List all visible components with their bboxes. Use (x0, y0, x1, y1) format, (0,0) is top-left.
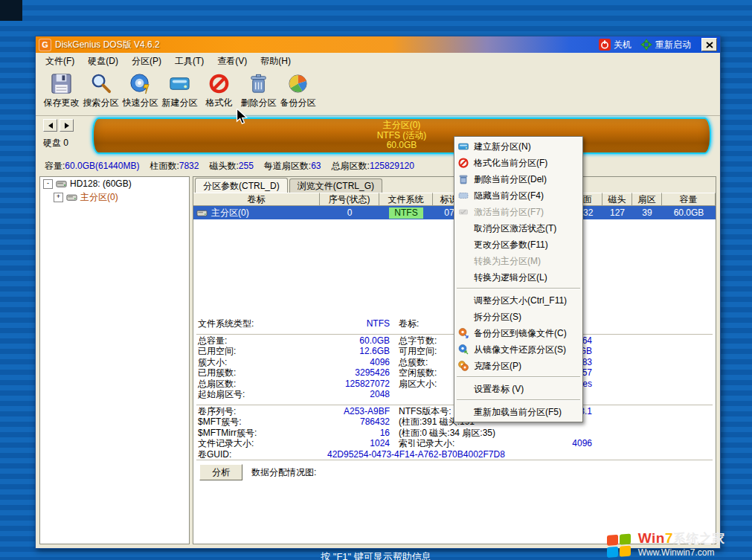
watermark: Win7系统之家 Www.Winwin7.com (605, 532, 725, 559)
collapse-icon[interactable]: - (43, 179, 53, 189)
context-menu-item-label: 转换为逻辑分区(L) (474, 271, 547, 284)
context-menu-item: 激活当前分区(F7) (454, 204, 582, 220)
detail-label: 簇大小: (198, 357, 227, 368)
desktop-corner-shortcut (0, 0, 22, 21)
context-menu-item[interactable]: 删除当前分区(Del) (454, 171, 582, 187)
context-menu-item[interactable]: 调整分区大小(Ctrl_F11) (454, 292, 582, 309)
menubar-item[interactable]: 查看(V) (211, 53, 254, 70)
tab-browse-files[interactable]: 浏览文件(CTRL_G) (289, 178, 382, 193)
column-header[interactable]: 卷标 (193, 193, 320, 206)
fs-badge: NTFS (389, 207, 422, 219)
detail-label: 总容量: (198, 335, 227, 347)
tree-item[interactable]: +主分区(0) (40, 190, 189, 204)
partition-bar-name: 主分区(0) (383, 120, 421, 131)
disk-info-item: 每道扇区数:63 (264, 160, 321, 173)
partition-bar[interactable]: 主分区(0) NTFS (活动) 60.0GB (92, 118, 711, 154)
toolbar-button-backup-partition[interactable]: 备份分区 (278, 72, 318, 109)
disk-info-item: 柱面数:7832 (150, 160, 199, 173)
detail-label: 卷序列号: (198, 406, 236, 417)
toolbar-button-new-partition[interactable]: 新建分区 (160, 72, 199, 109)
toolbar-button-format[interactable]: 格式化 (199, 72, 239, 109)
format-icon (208, 72, 231, 95)
delete-partition-icon (247, 72, 270, 95)
toolbar-button-save[interactable]: 保存更改 (42, 72, 81, 109)
prev-disk-button[interactable] (43, 119, 57, 132)
separator (454, 374, 582, 381)
toolbar-button-search[interactable]: 搜索分区 (81, 72, 120, 109)
menubar-item[interactable]: 帮助(H) (254, 53, 298, 70)
desktop: G DiskGenius DOS版 V4.6.2 关机 重新启动 文件(F)硬盘… (0, 0, 752, 560)
context-menu-item-label: 拆分分区(S) (474, 311, 521, 324)
toolbar-button-label: 搜索分区 (83, 97, 119, 109)
analyze-button[interactable]: 分析 (199, 464, 242, 480)
tab-partition-params[interactable]: 分区参数(CTRL_D) (195, 178, 288, 193)
toolbar-button-quick-partition[interactable]: 快速分区 (120, 72, 160, 109)
detail-value: 4096 (238, 357, 390, 368)
context-menu-item[interactable]: 转换为逻辑分区(L) (454, 269, 582, 286)
menubar: 文件(F)硬盘(D)分区(P)工具(T)查看(V)帮助(H) (36, 53, 720, 70)
context-menu-item[interactable]: 隐藏当前分区(F4) (454, 187, 582, 204)
diskgenius-logo-icon: G (39, 39, 51, 51)
disk-tree: -HD128: (60GB)+主分区(0) (39, 176, 190, 544)
partition-icon (196, 207, 208, 219)
detail-value: 60.0GB (238, 335, 390, 347)
toolbar-button-delete-partition[interactable]: 删除分区 (239, 72, 278, 109)
window-title: DiskGenius DOS版 V4.6.2 (55, 39, 160, 51)
clone-icon (457, 360, 469, 372)
context-menu-item-label: 更改分区参数(F11) (474, 239, 548, 251)
mouse-cursor (235, 109, 248, 127)
detail-row: 文件记录大小:1024索引记录大小:4096 (193, 438, 716, 449)
table-cell: 主分区(0) (193, 206, 320, 219)
restart-button[interactable]: 重新启动 (640, 39, 691, 51)
detail-label: 扇区大小: (399, 379, 437, 390)
context-menu-item[interactable]: 建立新分区(N) (454, 138, 582, 155)
expand-icon[interactable]: + (54, 193, 63, 202)
context-menu-item[interactable]: 备份分区到镜像文件(C) (454, 325, 582, 341)
context-menu-item[interactable]: 格式化当前分区(F) (454, 155, 582, 171)
next-disk-button[interactable] (60, 119, 74, 132)
detail-row: $MFTMirr簇号:16(柱面:0 磁头:34 扇区:35) (193, 428, 716, 439)
activate-icon (457, 206, 469, 218)
detail-row: 卷GUID:42D95254-0473-4F14-A762-B70B4002F7… (193, 449, 716, 460)
detail-label: 卷GUID: (198, 449, 231, 460)
column-header[interactable]: 磁头 (602, 193, 632, 206)
restart-icon (640, 39, 652, 51)
partition-bar-fs: NTFS (活动) (377, 131, 427, 141)
context-menu-item[interactable]: 拆分分区(S) (454, 309, 582, 325)
watermark-brand: Win7系统之家 (638, 532, 725, 546)
disk-nav: 硬盘 0 (43, 119, 74, 149)
context-menu-item[interactable]: 重新加载当前分区(F5) (454, 404, 582, 420)
context-menu-item-label: 调整分区大小(Ctrl_F11) (474, 295, 567, 307)
menubar-item[interactable]: 文件(F) (39, 53, 81, 70)
detail-value: 2048 (238, 389, 390, 400)
table-cell: NTFS (379, 206, 433, 219)
new-partition-icon (457, 141, 469, 152)
allocation-map-label: 数据分配情况图: (251, 466, 316, 479)
tree-item[interactable]: -HD128: (60GB) (40, 177, 189, 190)
context-menu-item[interactable]: 更改分区参数(F11) (454, 236, 582, 253)
context-menu-item[interactable]: 取消分区激活状态(T) (454, 220, 582, 236)
context-menu-item[interactable]: 克隆分区(P) (454, 358, 582, 374)
column-header[interactable]: 序号(状态) (320, 193, 379, 206)
close-button[interactable] (701, 38, 717, 51)
menubar-item[interactable]: 硬盘(D) (81, 53, 125, 70)
disk-navigation-panel: 硬盘 0 主分区(0) NTFS (活动) 60.0GB (36, 112, 720, 158)
context-menu-item-label: 设置卷标 (V) (474, 383, 524, 396)
column-header[interactable]: 扇区 (632, 193, 662, 206)
detail-label: 总字节数: (399, 335, 437, 347)
menubar-item[interactable]: 分区(P) (125, 53, 168, 70)
menubar-item[interactable]: 工具(T) (168, 53, 211, 70)
column-header[interactable]: 容量 (662, 193, 716, 206)
hide-icon (457, 190, 469, 202)
shutdown-icon (599, 39, 611, 51)
search-icon (89, 72, 112, 95)
detail-value: 4096 (443, 438, 592, 449)
context-menu-item-label: 激活当前分区(F7) (474, 206, 544, 219)
column-header[interactable]: 文件系统 (379, 193, 433, 206)
arrow-left-icon (48, 123, 53, 129)
context-menu-item[interactable]: 从镜像文件还原分区(S) (454, 341, 582, 358)
shutdown-button[interactable]: 关机 (599, 39, 632, 51)
disk-info-line: 容量:60.0GB(61440MB)柱面数:7832磁头数:255每道扇区数:6… (45, 158, 717, 173)
context-menu-item[interactable]: 设置卷标 (V) (454, 381, 582, 397)
context-menu: 建立新分区(N)格式化当前分区(F)删除当前分区(Del)隐藏当前分区(F4)激… (454, 136, 583, 422)
